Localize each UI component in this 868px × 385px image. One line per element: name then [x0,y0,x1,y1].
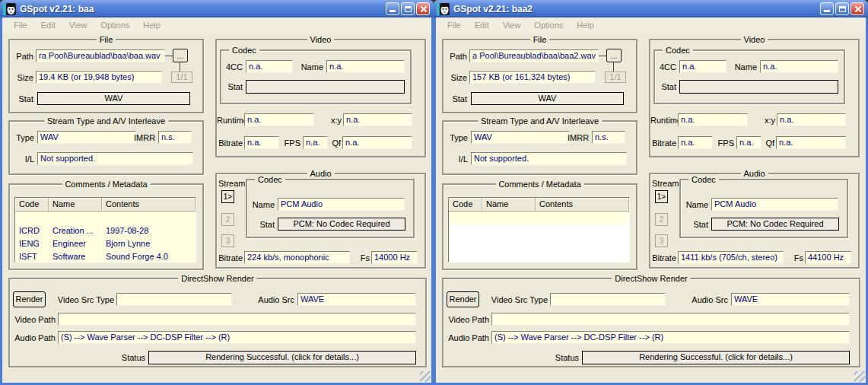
audio-bitrate-field[interactable]: 1411 kb/s (705/ch, stereo) [678,251,784,264]
metadata-row[interactable]: IENG Engineer Bjorn Lynne [15,237,196,250]
audio-src-field[interactable]: WAVE [731,293,850,306]
audio-src-field[interactable]: WAVE [297,293,416,306]
desktop: GSpot v2.21: baa File Edit View Options … [0,0,868,385]
maximize-button[interactable] [835,2,849,15]
file-stat-box[interactable]: WAV [37,92,190,105]
fps-field[interactable]: n.a. [736,136,761,149]
metadata-table[interactable]: Code Name Contents [448,197,630,262]
video-bitrate-field[interactable]: n.a. [244,136,279,149]
metadata-header-name[interactable]: Name [482,198,536,211]
menu-file[interactable]: File [440,19,468,31]
video-stat-label: Stat [657,81,676,93]
menu-help[interactable]: Help [136,19,167,31]
xy-field[interactable]: n.a. [777,113,846,126]
size-field[interactable]: 19.4 KB (or 19,948 bytes) [36,71,162,84]
imrr-field[interactable]: n.s. [158,131,192,144]
metadata-cell-code [15,212,49,224]
menu-edit[interactable]: Edit [34,19,62,31]
metadata-table[interactable]: Code Name Contents ICRD [14,197,196,262]
browse-button[interactable]: ... [606,49,622,62]
audio-path-label: Audio Path [10,332,56,344]
audio-codec-name-field[interactable]: PCM Audio [278,198,405,211]
xy-field[interactable]: n.a. [343,113,412,126]
video-codec-name-field[interactable]: n.a. [760,60,838,73]
audio-stat-box[interactable]: PCM: No Codec Required [278,218,405,231]
titlebar[interactable]: GSpot v2.21: baa [0,0,434,18]
fps-field[interactable]: n.a. [303,136,328,149]
video-src-field[interactable] [116,293,232,306]
menu-help[interactable]: Help [570,19,601,31]
audio-stream-2-button[interactable]: 2 [655,213,668,226]
close-button[interactable] [851,2,864,15]
metadata-row[interactable]: ISFT Software Sound Forge 4.0 [15,250,196,262]
video-path-field[interactable] [58,313,416,326]
titlebar[interactable]: GSpot v2.21: baa2 [434,0,868,18]
pages-indicator[interactable]: 1/1 [171,72,192,83]
file-stat-box[interactable]: WAV [471,92,624,105]
audio-stream-3-button[interactable]: 3 [221,234,234,247]
resize-grip[interactable] [420,371,431,382]
qf-field[interactable]: n.a. [776,136,846,149]
maximize-button[interactable] [401,2,415,15]
fourcc-field[interactable]: n.a. [679,60,727,73]
metadata-row[interactable] [449,212,629,224]
menu-view[interactable]: View [496,19,528,31]
menu-options[interactable]: Options [94,19,136,31]
metadata-row[interactable] [15,212,196,224]
runtime-field[interactable]: n.a. [244,113,314,126]
pages-indicator[interactable]: 1/1 [605,72,626,83]
audio-stat-box[interactable]: PCM: No Codec Required [711,218,839,231]
metadata-header-code[interactable]: Code [449,198,482,211]
fs-label: Fs [358,252,370,264]
metadata-header-contents[interactable]: Contents [536,198,629,211]
video-src-field[interactable] [550,293,666,306]
menu-options[interactable]: Options [527,19,570,31]
minimize-button[interactable] [820,2,834,15]
metadata-header-code[interactable]: Code [15,198,49,211]
type-field[interactable]: WAV [471,131,570,144]
audio-stream-1-button[interactable]: 1> [655,190,668,203]
audio-codec-name-field[interactable]: PCM Audio [711,198,838,211]
qf-field[interactable]: n.a. [342,136,412,149]
type-field[interactable]: WAV [37,131,136,144]
minimize-button[interactable] [386,2,399,15]
video-bitrate-field[interactable]: n.a. [678,136,713,149]
video-stat-box[interactable] [679,80,838,94]
video-stat-box[interactable] [246,80,405,94]
runtime-field[interactable]: n.a. [678,113,748,126]
fs-field[interactable]: 14000 Hz [371,251,418,264]
path-label: Path [447,50,467,62]
resize-grip[interactable] [854,371,865,382]
path-field[interactable]: ra Pool\Bureaublad\baa\baa.wav [36,49,165,62]
menu-view[interactable]: View [62,19,94,31]
audio-path-field[interactable]: (S) --> Wave Parser --> DC-DSP Filter --… [58,331,416,344]
fourcc-field[interactable]: n.a. [246,60,293,73]
render-button[interactable]: Render [13,291,46,307]
close-button[interactable] [416,2,430,15]
browse-button[interactable]: ... [173,49,188,62]
interleave-field[interactable]: Not supported. [37,152,193,165]
client-area: File Path ra Pool\Bureaublad\baa\baa.wav… [2,33,431,383]
menu-file[interactable]: File [7,19,34,31]
video-path-field[interactable] [491,313,850,326]
video-codec-name-field[interactable]: n.a. [326,60,405,73]
audio-path-field[interactable]: (S) --> Wave Parser --> DC-DSP Filter --… [491,331,850,344]
status-box[interactable]: Rendering Successful. (click for details… [148,351,416,364]
metadata-header-contents[interactable]: Contents [102,198,196,211]
menu-edit[interactable]: Edit [468,19,496,31]
fs-field[interactable]: 44100 Hz [805,251,851,264]
metadata-header-name[interactable]: Name [49,198,102,211]
render-button[interactable]: Render [447,291,479,307]
interleave-field[interactable]: Not supported. [471,152,627,165]
audio-stream-2-button[interactable]: 2 [221,213,234,226]
audio-bitrate-field[interactable]: 224 kb/s, monophonic [244,251,350,264]
video-bitrate-label: Bitrate [217,137,243,149]
status-box[interactable]: Rendering Successful. (click for details… [582,351,850,364]
file-group-legend: File [530,34,550,45]
size-field[interactable]: 157 KB (or 161,324 bytes) [469,71,596,84]
imrr-field[interactable]: n.s. [592,131,625,144]
metadata-row[interactable]: ICRD Creation ... 1997-08-28 [15,224,196,237]
audio-stream-1-button[interactable]: 1> [221,190,234,203]
audio-stream-3-button[interactable]: 3 [655,234,668,247]
path-field[interactable]: a Pool\Bureaublad\baa\baa2.wav [469,49,599,62]
